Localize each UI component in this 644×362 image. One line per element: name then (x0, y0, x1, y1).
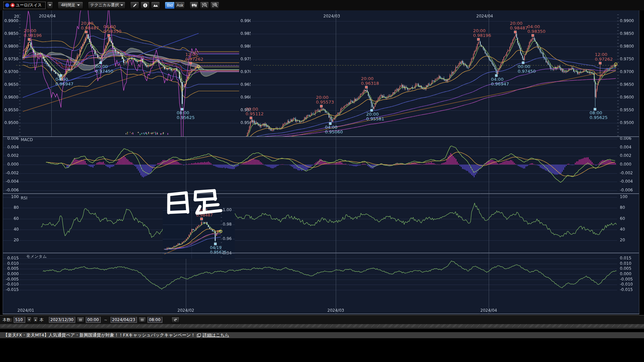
time-from-input[interactable] (86, 317, 101, 323)
vertical-zoom-in-button[interactable] (210, 2, 219, 9)
info-icon (143, 3, 148, 8)
mountain-icon (153, 3, 158, 8)
currency-pair-selector[interactable]: ユーロ/スイス (3, 2, 46, 9)
candlestick-icon (192, 3, 197, 8)
date-to-calendar-button[interactable] (139, 317, 146, 323)
draw-pencil-button[interactable] (130, 2, 139, 9)
bottom-control-bar: 本数: ▼ ▲ 本 ～ (3, 316, 179, 323)
popup-window-icon (197, 334, 201, 337)
date-from-input[interactable] (49, 317, 75, 323)
bar-unit-label: 本 (40, 317, 44, 323)
timeframe-select[interactable]: 4時間足 (58, 2, 83, 9)
campaign-message: 【楽天FX・楽天MT4】人気通貨ペア・新興国通貨が対象！！FXキャッシュバックキ… (3, 332, 195, 338)
calendar-icon (79, 318, 82, 322)
currency-pair-label: ユーロ/スイス (16, 2, 42, 8)
count-spinner-up[interactable]: ▲ (33, 317, 38, 323)
info-button[interactable] (141, 2, 150, 9)
timeframe-label: 4時間足 (61, 2, 75, 8)
time-to-input[interactable] (148, 317, 162, 323)
status-bar: 【楽天FX・楽天MT4】人気通貨ペア・新興国通貨が対象！！FXキャッシュバックキ… (0, 332, 644, 338)
technical-select[interactable]: テクニカル選択 (88, 2, 125, 9)
date-from-calendar-button[interactable] (77, 317, 84, 323)
ask-button[interactable]: Ask (175, 2, 185, 9)
range-separator: ～ (104, 317, 108, 323)
bar-count-input[interactable] (14, 317, 25, 323)
area-chart-button[interactable] (151, 2, 160, 9)
eu-flag-icon (5, 3, 9, 7)
count-spinner-down[interactable]: ▼ (27, 317, 32, 323)
chevron-down-icon (77, 4, 80, 6)
return-arrow-icon (174, 318, 177, 322)
chart-canvas[interactable] (0, 0, 644, 362)
refresh-return-button[interactable] (171, 317, 179, 323)
chevron-down-icon (120, 4, 123, 6)
ask-label: Ask (176, 3, 183, 8)
vertical-zoom-out-button[interactable] (200, 2, 209, 9)
vertical-zoom-out-icon (202, 3, 207, 8)
bid-button[interactable]: Bid (165, 2, 175, 9)
candlestick-display-button[interactable] (190, 2, 199, 9)
calendar-icon (141, 318, 144, 322)
pencil-icon (132, 3, 137, 8)
toolbar: ユーロ/スイス 4時間足 テクニカル選択 (3, 1, 219, 9)
texture-strip (0, 324, 644, 327)
date-to-input[interactable] (111, 317, 137, 323)
bar-count-label: 本数: (3, 317, 12, 323)
technical-label: テクニカル選択 (90, 2, 119, 8)
details-link[interactable]: 詳細はこちら (203, 332, 229, 338)
pair-dropdown-button[interactable] (47, 2, 53, 9)
vertical-zoom-in-icon (212, 3, 218, 8)
swiss-flag-icon (10, 3, 15, 7)
bid-label: Bid (167, 3, 173, 8)
chevron-down-icon (49, 4, 51, 6)
texture-strip-shadow (0, 327, 644, 329)
trading-app-window: ユーロ/スイス 4時間足 テクニカル選択 (0, 0, 644, 362)
